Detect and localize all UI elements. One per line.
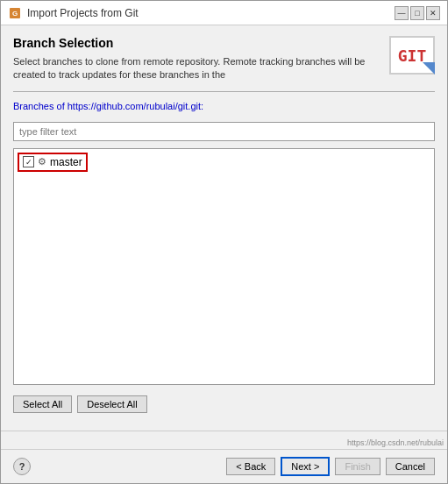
deselect-all-button[interactable]: Deselect All — [77, 395, 146, 413]
git-logo-text: GIT — [398, 46, 427, 65]
finish-button[interactable]: Finish — [335, 458, 380, 475]
next-button[interactable]: Next > — [281, 457, 330, 476]
select-buttons: Select All Deselect All — [13, 395, 435, 413]
header-area: Branch Selection Select branches to clon… — [13, 36, 435, 82]
section-description: Select branches to clone from remote rep… — [13, 55, 380, 82]
title-bar: G Import Projects from Git — □ ✕ — [1, 1, 447, 25]
maximize-button[interactable]: □ — [410, 6, 424, 20]
bottom-bar: ? < Back Next > Finish Cancel — [1, 449, 447, 483]
bottom-right: < Back Next > Finish Cancel — [226, 457, 435, 476]
main-content: Branch Selection Select branches to clon… — [1, 25, 447, 424]
section-title: Branch Selection — [13, 36, 380, 50]
title-bar-buttons: — □ ✕ — [395, 6, 440, 20]
bottom-left: ? — [13, 458, 31, 475]
branches-label: Branches of https://github.com/rubulai/g… — [13, 101, 435, 111]
svg-text:G: G — [12, 10, 18, 18]
branch-name-master: master — [50, 156, 82, 168]
window-icon: G — [8, 6, 22, 20]
watermark: https://blog.csdn.net/rubulai — [1, 438, 447, 449]
git-logo: GIT — [389, 36, 435, 75]
help-button[interactable]: ? — [13, 458, 31, 475]
header-left: Branch Selection Select branches to clon… — [13, 36, 380, 82]
filter-input[interactable] — [13, 122, 435, 141]
header-divider — [13, 91, 435, 92]
cancel-button[interactable]: Cancel — [386, 458, 435, 475]
git-logo-arrow — [423, 62, 435, 75]
main-window: G Import Projects from Git — □ ✕ Branch … — [0, 0, 448, 484]
window-title: Import Projects from Git — [27, 7, 139, 19]
branch-checkbox-master[interactable]: ✓ — [23, 156, 34, 167]
close-button[interactable]: ✕ — [426, 6, 440, 20]
branch-item-master[interactable]: ✓ ⚙ master — [18, 153, 88, 172]
content-separator — [1, 431, 447, 431]
minimize-button[interactable]: — — [395, 6, 409, 20]
branch-icon: ⚙ — [38, 156, 46, 167]
checkmark-icon: ✓ — [25, 158, 32, 167]
title-bar-left: G Import Projects from Git — [8, 6, 139, 20]
back-button[interactable]: < Back — [226, 458, 275, 475]
branches-list: ✓ ⚙ master — [13, 148, 435, 385]
select-all-button[interactable]: Select All — [13, 395, 72, 413]
